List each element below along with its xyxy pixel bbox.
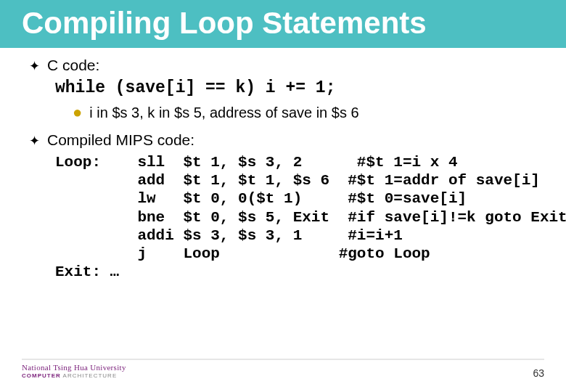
bullet-text: C code: bbox=[47, 57, 99, 74]
bullet-c-code: ✦ C code: bbox=[29, 57, 537, 74]
page-number: 63 bbox=[533, 367, 544, 379]
club-bullet-icon: ✦ bbox=[29, 134, 40, 147]
mips-code-block: Loop: sll $t 1, $s 3, 2 #$t 1=i x 4 add … bbox=[55, 153, 537, 281]
department-name: COMPUTER ARCHITECTURE bbox=[22, 372, 126, 379]
bullet-mips-code: ✦ Compiled MIPS code: bbox=[29, 131, 537, 149]
sub-bullet-registers: ● i in $s 3, k in $s 5, address of save … bbox=[73, 105, 537, 121]
footer-divider bbox=[22, 359, 544, 360]
slide-footer: National Tsing Hua University COMPUTER A… bbox=[0, 359, 566, 379]
university-logo-block: National Tsing Hua University COMPUTER A… bbox=[22, 363, 126, 379]
bullet-text: Compiled MIPS code: bbox=[47, 131, 194, 149]
club-bullet-icon: ✦ bbox=[29, 60, 40, 73]
c-code-block: while (save[i] == k) i += 1; bbox=[55, 78, 537, 97]
dot-bullet-icon: ● bbox=[73, 105, 82, 121]
slide-title: Compiling Loop Statements bbox=[0, 0, 566, 48]
university-name: National Tsing Hua University bbox=[22, 363, 126, 372]
sub-text: i in $s 3, k in $s 5, address of save in… bbox=[89, 105, 358, 121]
slide-content: ✦ C code: while (save[i] == k) i += 1; ●… bbox=[0, 48, 566, 281]
